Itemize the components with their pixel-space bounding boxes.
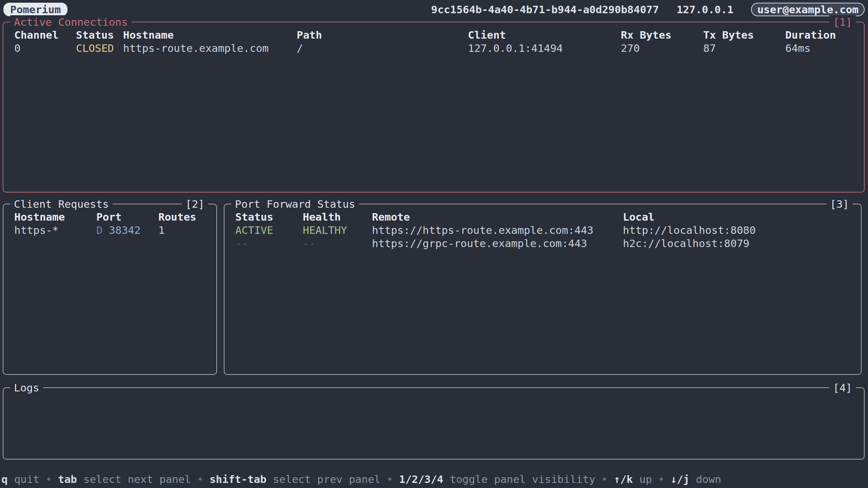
hint-desc: select prev panel bbox=[273, 473, 380, 485]
hint-desc: quit bbox=[14, 473, 40, 485]
col-routes: Routes bbox=[158, 210, 216, 224]
cell-path: / bbox=[297, 42, 468, 55]
cell-status: CLOSED bbox=[76, 42, 123, 55]
col-rx-bytes: Rx Bytes bbox=[621, 28, 703, 42]
col-port: Port bbox=[96, 210, 158, 224]
user-badge: user@example.com bbox=[751, 3, 865, 16]
hint-desc: select next panel bbox=[83, 473, 191, 485]
cell-local: h2c://localhost:8079 bbox=[623, 237, 861, 250]
col-health: Health bbox=[303, 210, 372, 224]
hint-key: ↑/k bbox=[614, 473, 633, 485]
col-path: Path bbox=[297, 28, 468, 42]
hint-key: q bbox=[1, 473, 8, 485]
cell-port: D 38342 bbox=[96, 224, 158, 237]
cell-health: HEALTHY bbox=[303, 224, 372, 237]
cell-hostname: https-route.example.com bbox=[123, 42, 297, 55]
panel-port-forward-status[interactable]: Port Forward Status [3] Status Health Re… bbox=[224, 204, 862, 375]
hint-desc: up bbox=[639, 473, 652, 485]
cell-hostname: https-* bbox=[14, 224, 96, 237]
col-remote: Remote bbox=[372, 210, 623, 224]
panel-logs[interactable]: Logs [4] bbox=[3, 387, 865, 460]
top-bar: Pomerium 9cc1564b-4a40-4b71-b944-a0d290b… bbox=[0, 0, 868, 19]
hint-separator: • bbox=[45, 473, 52, 485]
topbar-right-group: 9cc1564b-4a40-4b71-b944-a0d290b84077 127… bbox=[431, 3, 865, 16]
col-hostname: Hostname bbox=[123, 28, 297, 42]
logs-content bbox=[3, 388, 864, 394]
col-status: Status bbox=[76, 28, 123, 42]
cell-tx-bytes: 87 bbox=[703, 42, 785, 55]
keyboard-hints-bar: qquit • tabselect next panel • shift-tab… bbox=[1, 472, 868, 487]
col-hostname: Hostname bbox=[14, 210, 96, 224]
session-id: 9cc1564b-4a40-4b71-b944-a0d290b84077 bbox=[431, 3, 659, 16]
panel-client-requests[interactable]: Client Requests [2] Hostname Port Routes… bbox=[3, 204, 217, 375]
cell-client: 127.0.0.1:41494 bbox=[468, 42, 621, 55]
cell-remote: https://https-route.example.com:443 bbox=[372, 224, 623, 237]
col-status: Status bbox=[235, 210, 303, 224]
hint-key: 1/2/3/4 bbox=[399, 473, 443, 485]
cell-channel: 0 bbox=[14, 42, 76, 55]
hint-down: ↓/jdown bbox=[670, 473, 721, 485]
cell-remote: https://grpc-route.example.com:443 bbox=[372, 237, 623, 250]
hint-key: shift-tab bbox=[210, 473, 267, 485]
col-channel: Channel bbox=[14, 28, 76, 42]
hint-separator: • bbox=[601, 473, 608, 485]
hint-separator: • bbox=[197, 473, 203, 485]
table-row[interactable]: 0 CLOSED https-route.example.com / 127.0… bbox=[3, 42, 864, 55]
hint-up: ↑/kup bbox=[614, 473, 652, 485]
hint-separator: • bbox=[387, 473, 393, 485]
table-header: Channel Status Hostname Path Client Rx B… bbox=[3, 28, 864, 42]
hint-prev-panel: shift-tabselect prev panel bbox=[210, 473, 380, 485]
hint-next-panel: tabselect next panel bbox=[58, 473, 191, 485]
cell-duration: 64ms bbox=[785, 42, 864, 55]
hint-key: ↓/j bbox=[670, 473, 689, 485]
port-number: 38342 bbox=[109, 224, 140, 236]
cell-rx-bytes: 270 bbox=[621, 42, 703, 55]
col-local: Local bbox=[623, 210, 861, 224]
table-row[interactable]: https-* D 38342 1 bbox=[3, 224, 216, 237]
hint-desc: toggle panel visibility bbox=[450, 473, 595, 485]
port-flag: D bbox=[96, 224, 103, 236]
brand-badge: Pomerium bbox=[3, 3, 67, 16]
col-client: Client bbox=[468, 28, 621, 42]
panel-active-connections[interactable]: Active Connections [1] Channel Status Ho… bbox=[3, 22, 865, 192]
table-header: Hostname Port Routes bbox=[3, 210, 216, 224]
host-ip: 127.0.0.1 bbox=[676, 3, 733, 16]
cell-local: http://localhost:8080 bbox=[623, 224, 861, 237]
cell-health: -- bbox=[303, 237, 372, 250]
cell-status: -- bbox=[235, 237, 303, 250]
table-row[interactable]: ACTIVE HEALTHY https://https-route.examp… bbox=[224, 224, 861, 237]
hint-toggle-visibility: 1/2/3/4toggle panel visibility bbox=[399, 473, 595, 485]
cell-routes: 1 bbox=[158, 224, 216, 237]
hint-separator: • bbox=[658, 473, 665, 485]
table-row[interactable]: -- -- https://grpc-route.example.com:443… bbox=[224, 237, 861, 250]
cell-status: ACTIVE bbox=[235, 224, 303, 237]
hint-key: tab bbox=[58, 473, 77, 485]
hint-quit: qquit bbox=[1, 473, 39, 485]
col-duration: Duration bbox=[785, 28, 864, 42]
col-tx-bytes: Tx Bytes bbox=[703, 28, 785, 42]
table-header: Status Health Remote Local bbox=[224, 210, 861, 224]
hint-desc: down bbox=[696, 473, 721, 485]
